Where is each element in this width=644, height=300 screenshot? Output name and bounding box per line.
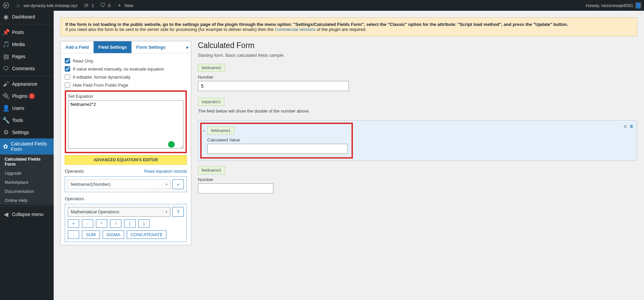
comments-count: 0 <box>108 3 110 8</box>
add-operand-button[interactable]: + <box>172 179 184 189</box>
menu-cff[interactable]: ✿Calculated Fields Form <box>0 138 54 155</box>
panel-body: Read Only If value entered manually, no … <box>61 53 191 245</box>
op-row-1: + - * / ( ) <box>68 219 184 228</box>
field-fieldname1-selected[interactable]: ▸ fieldname1 Calculated Value <box>200 123 353 159</box>
new-label: New <box>125 3 133 8</box>
site-link[interactable]: ⌂ we-dynasty-lole.instawp.xyz <box>12 0 80 11</box>
avatar-icon: 👤 <box>635 2 641 8</box>
fieldname1-input[interactable] <box>207 144 347 154</box>
field-fieldname3[interactable]: fieldname3 Number <box>198 166 637 194</box>
op-minus[interactable]: - <box>82 219 93 228</box>
plug-icon: 🔌 <box>3 93 9 99</box>
user-icon: 👤 <box>3 105 9 112</box>
new-link[interactable]: + New <box>113 0 136 11</box>
fieldname3-label: Number <box>198 177 637 182</box>
plus-icon: + <box>116 2 123 9</box>
fieldname2-input[interactable] <box>198 81 349 91</box>
comments-link[interactable]: 🗨 0 <box>97 0 113 11</box>
menu-settings[interactable]: ⚙Settings <box>0 126 54 138</box>
menu-users[interactable]: 👤Users <box>0 102 54 114</box>
op-plus[interactable]: + <box>68 219 79 228</box>
wp-logo[interactable] <box>0 0 12 11</box>
form-preview: Calculated Form Starting form. Basic cal… <box>198 41 637 245</box>
op-sum[interactable]: SUM <box>82 230 100 239</box>
menu-dashboard[interactable]: ◉Dashboard <box>0 11 54 23</box>
fieldname3-input[interactable] <box>198 183 273 194</box>
operators-label: Operators <box>65 196 84 201</box>
hide-checkbox[interactable] <box>65 82 70 88</box>
op-concat[interactable]: CONCATENATE <box>127 230 166 239</box>
field-separator1[interactable]: separator1 The field below will show the… <box>198 98 637 114</box>
submenu-onlinehelp[interactable]: Online Help <box>0 196 54 205</box>
tab-add-field[interactable]: Add a Field <box>61 41 94 53</box>
media-icon: 🎵 <box>3 41 9 48</box>
updates-count: 1 <box>92 3 94 8</box>
op-rparen[interactable]: ) <box>138 219 150 228</box>
equation-box: Set Equation <box>65 90 187 153</box>
readonly-row[interactable]: Read Only <box>65 57 187 65</box>
pin-icon: 📌 <box>3 29 9 36</box>
fieldname1-label: Calculated Value <box>207 137 347 142</box>
separator1-text: The field below will show the double of … <box>198 109 637 114</box>
brush-icon: 🖌 <box>3 81 9 87</box>
collapse-menu[interactable]: ◀Collapse menu <box>0 208 54 220</box>
howdy-link[interactable]: Howdy, nezoneseje6581 👤 <box>583 0 644 11</box>
commercial-link[interactable]: Commercial versions <box>275 27 315 32</box>
notice-line1: If the form is not loading in the public… <box>65 22 568 27</box>
editfmt-row[interactable]: If editable, format dynamically <box>65 73 187 81</box>
updates-link[interactable]: ⟳ 1 <box>80 0 97 11</box>
readonly-checkbox[interactable] <box>65 58 70 63</box>
cff-submenu: Calculated Fields Form Upgrade Marketpla… <box>0 155 54 205</box>
hide-row[interactable]: Hide Field From Public Page <box>65 81 187 89</box>
settings-tabs: Add a Field Field Settings Form Settings… <box>61 41 191 53</box>
op-comma[interactable]: , <box>68 230 79 239</box>
duplicate-icon[interactable]: ⧉ <box>624 124 627 129</box>
op-row-2: , SUM SIGMA CONCATENATE <box>68 230 184 239</box>
noeval-row[interactable]: If value entered manually, no evaluate e… <box>65 65 187 73</box>
submenu-documentation[interactable]: Documentation <box>0 187 54 196</box>
comments-icon: 🗨 <box>3 65 9 72</box>
menu-tools[interactable]: 🔧Tools <box>0 114 54 126</box>
separator <box>0 205 54 207</box>
menu-appearance[interactable]: 🖌Appearance <box>0 78 54 90</box>
menu-media[interactable]: 🎵Media <box>0 38 54 50</box>
field-fieldname2[interactable]: fieldname2 Number <box>198 64 637 91</box>
notice-line2a: If you need also the form to be sent to … <box>65 27 275 32</box>
refresh-icon: ⟳ <box>83 2 90 9</box>
wordpress-icon <box>3 2 9 9</box>
menu-pages[interactable]: ▤Pages <box>0 50 54 62</box>
gear-icon: ✿ <box>3 143 8 150</box>
operators-box: Mathematical Operations ? + - * / ( ) , … <box>65 204 187 242</box>
set-equation-label: Set Equation <box>68 94 183 99</box>
read-tutorial-link[interactable]: Read equation tutorial <box>144 169 187 174</box>
tab-field-settings[interactable]: Field Settings <box>94 41 131 53</box>
trash-icon[interactable]: 🗑 <box>630 124 634 129</box>
field-settings-panel: Add a Field Field Settings Form Settings… <box>60 41 191 245</box>
tab-next-arrow[interactable]: ▸ <box>184 41 191 53</box>
operand-select[interactable]: fieldname2(Number) <box>68 179 170 189</box>
equation-textarea[interactable] <box>68 100 183 149</box>
operators-select[interactable]: Mathematical Operations <box>68 207 170 217</box>
submenu-marketplace[interactable]: Marketplace <box>0 178 54 187</box>
op-div[interactable]: / <box>110 219 121 228</box>
menu-comments[interactable]: 🗨Comments <box>0 62 54 75</box>
editfmt-checkbox[interactable] <box>65 74 70 80</box>
field-fieldname1-wrap: ▸ fieldname1 Calculated Value ⧉ 🗑 <box>198 120 637 161</box>
submenu-cff[interactable]: Calculated Fields Form <box>0 155 54 169</box>
tab-form-settings[interactable]: Form Settings <box>131 41 170 53</box>
op-mult[interactable]: * <box>96 219 107 228</box>
dashboard-icon: ◉ <box>3 13 9 20</box>
op-sigma[interactable]: SIGMA <box>103 230 124 239</box>
menu-plugins[interactable]: 🔌Plugins1 <box>0 90 54 102</box>
operators-help-button[interactable]: ? <box>172 207 184 217</box>
comment-icon: 🗨 <box>99 2 106 9</box>
plugins-badge: 1 <box>29 93 35 99</box>
noeval-checkbox[interactable] <box>65 66 70 72</box>
submenu-upgrade[interactable]: Upgrade <box>0 169 54 178</box>
advanced-editor-button[interactable]: ADVANCED EQUATION'S EDITOR <box>65 155 187 165</box>
op-lparen[interactable]: ( <box>124 219 136 228</box>
record-icon[interactable] <box>168 141 175 148</box>
content-area: If the form is not loading in the public… <box>54 11 644 300</box>
menu-posts[interactable]: 📌Posts <box>0 26 54 38</box>
collapse-icon: ◀ <box>3 211 9 218</box>
